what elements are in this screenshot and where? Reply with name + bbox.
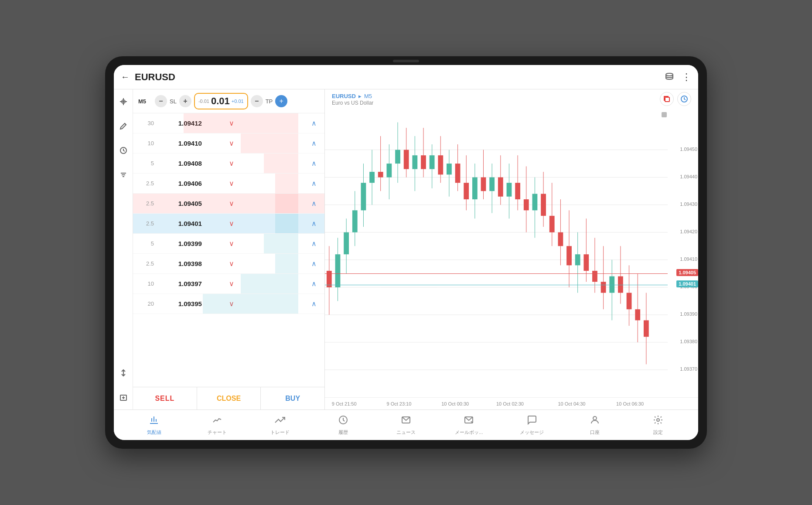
order-up-5[interactable]: ∧: [309, 219, 319, 228]
copy-icon-btn[interactable]: [660, 92, 674, 106]
nav-label-1: チャート: [208, 429, 227, 436]
order-up-3[interactable]: ∧: [309, 179, 319, 188]
order-row-4[interactable]: 2.51.09405∨∧: [133, 194, 324, 214]
chart-area: EURUSD ▸ M5 Euro vs US Dollar: [325, 89, 698, 409]
tp-plus-btn[interactable]: +: [275, 95, 287, 107]
price-label-1.0942: 1.09420: [680, 229, 697, 234]
timeframe-label: M5: [138, 98, 152, 105]
nav-label-8: 設定: [653, 429, 663, 436]
order-price-6: 1.09399: [154, 240, 226, 247]
order-bar-8: [241, 274, 298, 293]
bid-line: [325, 285, 668, 285]
order-row-6[interactable]: 51.09399∨∧: [133, 234, 324, 254]
add-icon[interactable]: [116, 390, 130, 404]
nav-item-7[interactable]: 口座: [563, 415, 626, 436]
close-button[interactable]: CLOSE: [197, 387, 261, 409]
price-label-1.0941: 1.09410: [680, 256, 697, 262]
price-label-1.0944: 1.09440: [680, 174, 697, 179]
nav-item-3[interactable]: 履歴: [311, 415, 374, 436]
order-row-5[interactable]: 2.51.09401∨∧: [133, 214, 324, 234]
order-row-9[interactable]: 201.09395∨∧: [133, 294, 324, 314]
order-row-0[interactable]: 301.09412∨∧: [133, 113, 324, 133]
order-bar-9: [203, 294, 299, 314]
order-vol-9: 20: [138, 300, 154, 307]
order-vol-3: 2.5: [138, 180, 154, 187]
order-row-8[interactable]: 101.09397∨∧: [133, 274, 324, 294]
order-up-0[interactable]: ∧: [309, 119, 319, 127]
draw-icon[interactable]: [116, 119, 130, 133]
order-down-4[interactable]: ∨: [226, 199, 237, 208]
order-row-7[interactable]: 2.51.09398∨∧: [133, 254, 324, 274]
order-row-2[interactable]: 51.09408∨∧: [133, 154, 324, 174]
tp-label: TP: [266, 98, 273, 105]
chart-timeframe: M5: [364, 93, 372, 99]
chart-icons: [660, 92, 691, 106]
nav-icon-1: [212, 415, 222, 428]
nav-item-0[interactable]: 気配値: [123, 415, 185, 436]
transfer-icon[interactable]: [116, 366, 130, 380]
order-row-1[interactable]: 101.09410∨∧: [133, 133, 324, 154]
time-label-0: 9 Oct 21:50: [332, 401, 357, 406]
nav-icon-2: [275, 415, 285, 428]
order-down-8[interactable]: ∨: [226, 280, 237, 288]
order-down-7[interactable]: ∨: [226, 259, 237, 268]
back-button[interactable]: ←: [121, 72, 130, 82]
top-bar: ← EURUSD ⋮: [114, 65, 698, 89]
order-down-2[interactable]: ∨: [226, 159, 237, 167]
main-content: M5 − SL + -0.01 0.01 +0.01 − TP + 301.09…: [114, 89, 698, 409]
order-row-3[interactable]: 2.51.09406∨∧: [133, 174, 324, 194]
price-label-1.0943: 1.09430: [680, 201, 697, 207]
nav-item-8[interactable]: 設定: [627, 415, 689, 436]
crosshair-icon[interactable]: [116, 95, 130, 109]
order-up-1[interactable]: ∧: [309, 139, 319, 147]
order-price-8: 1.09397: [154, 280, 226, 287]
lot-input-box[interactable]: -0.01 0.01 +0.01: [194, 93, 248, 109]
nav-label-2: トレード: [270, 429, 290, 436]
order-down-6[interactable]: ∨: [226, 239, 237, 248]
order-bar-0: [184, 113, 298, 133]
nav-item-2[interactable]: トレード: [249, 415, 311, 436]
sell-button[interactable]: SELL: [133, 387, 197, 409]
nav-item-1[interactable]: チャート: [185, 415, 248, 436]
nav-item-5[interactable]: メールボッ...: [437, 415, 500, 436]
scroll-indicator: [662, 112, 667, 117]
order-price-3: 1.09406: [154, 180, 226, 187]
action-buttons: SELL CLOSE BUY: [133, 387, 324, 409]
order-up-2[interactable]: ∧: [309, 159, 319, 167]
order-down-5[interactable]: ∨: [226, 219, 237, 228]
sl-minus-btn[interactable]: −: [155, 95, 167, 107]
nav-item-6[interactable]: メッセージ: [501, 415, 563, 436]
order-up-9[interactable]: ∧: [309, 300, 319, 308]
price-label-1.0937: 1.09370: [680, 366, 697, 372]
svg-point-17: [593, 416, 597, 420]
price-label-1.0939: 1.09390: [680, 311, 697, 317]
buy-button[interactable]: BUY: [261, 387, 324, 409]
order-down-1[interactable]: ∨: [226, 139, 237, 147]
nav-label-5: メールボッ...: [455, 429, 483, 436]
screen: ← EURUSD ⋮: [114, 65, 698, 440]
order-up-6[interactable]: ∧: [309, 239, 319, 248]
time-label-5: 10 Oct 06:30: [616, 401, 644, 406]
tp-minus-btn[interactable]: −: [251, 95, 263, 107]
nav-item-4[interactable]: ニュース: [375, 415, 437, 436]
order-bar-3: [275, 174, 298, 193]
chart-separator: ▸: [358, 93, 363, 99]
order-up-4[interactable]: ∧: [309, 199, 319, 208]
lot-minus-label: -0.01: [198, 99, 209, 104]
filter-icon[interactable]: [116, 168, 130, 182]
server-icon[interactable]: [662, 70, 676, 84]
order-book-panel: M5 − SL + -0.01 0.01 +0.01 − TP + 301.09…: [133, 89, 325, 409]
nav-icon-6: [527, 415, 537, 428]
order-price-4: 1.09405: [154, 200, 226, 207]
sl-plus-btn[interactable]: +: [179, 95, 191, 107]
clock-icon-btn[interactable]: [677, 92, 691, 106]
more-button[interactable]: ⋮: [682, 72, 691, 83]
order-bar-2: [264, 154, 298, 173]
lot-plus-label: +0.01: [232, 99, 244, 104]
time-label-2: 10 Oct 00:30: [441, 401, 469, 406]
indicator-icon[interactable]: [116, 143, 130, 157]
bid-price-tag: 1.09401: [676, 280, 698, 287]
order-up-8[interactable]: ∧: [309, 280, 319, 288]
order-up-7[interactable]: ∧: [309, 259, 319, 268]
order-down-3[interactable]: ∨: [226, 179, 237, 188]
